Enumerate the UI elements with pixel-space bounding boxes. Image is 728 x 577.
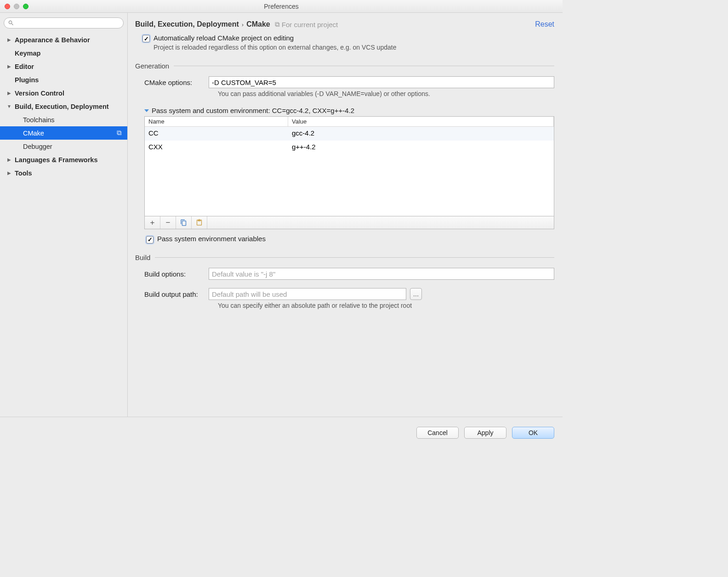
breadcrumb-part-1: Build, Execution, Deployment [135, 20, 239, 28]
project-scope-icon: ⧉ [117, 129, 122, 137]
project-scope-icon: ⧉ [275, 20, 280, 28]
cmake-options-input[interactable] [209, 76, 554, 88]
dialog-footer: Cancel Apply OK [0, 419, 563, 447]
browse-output-path-button[interactable]: … [410, 288, 422, 300]
sidebar-item-debugger[interactable]: Debugger [0, 140, 127, 153]
build-options-input[interactable] [209, 268, 554, 280]
preferences-sidebar: ▶Appearance & Behavior Keymap ▶Editor Pl… [0, 13, 128, 417]
sidebar-item-editor[interactable]: ▶Editor [0, 60, 127, 73]
close-window-icon[interactable] [5, 4, 10, 9]
breadcrumb-separator: › [242, 21, 244, 28]
minimize-window-icon [14, 4, 19, 9]
chevron-right-icon: ▶ [6, 91, 12, 96]
build-output-path-label: Build output path: [135, 290, 209, 298]
preferences-main: Build, Execution, Deployment › CMake ⧉ F… [128, 13, 563, 417]
section-build-header: Build [135, 254, 554, 261]
breadcrumb: Build, Execution, Deployment › CMake ⧉ F… [135, 17, 554, 31]
window-title: Preferences [0, 3, 563, 10]
sidebar-item-cmake[interactable]: CMake⧉ [0, 126, 127, 140]
ok-button[interactable]: OK [512, 427, 554, 439]
search-field[interactable] [4, 17, 124, 28]
env-row[interactable]: CC gcc-4.2 [145, 127, 554, 141]
apply-button[interactable]: Apply [464, 427, 506, 439]
sidebar-item-version-control[interactable]: ▶Version Control [0, 86, 127, 100]
pass-system-env-label: Pass system environment variables [157, 235, 266, 243]
paste-env-button[interactable] [192, 216, 207, 229]
environment-table: Name Value CC gcc-4.2 CXX g++-4.2 [144, 116, 554, 216]
sidebar-item-tools[interactable]: ▶Tools [0, 166, 127, 180]
search-icon [8, 20, 14, 26]
titlebar: Preferences [0, 0, 563, 13]
auto-reload-checkbox[interactable] [142, 35, 150, 42]
add-env-button[interactable]: + [145, 216, 160, 229]
copy-icon [180, 219, 187, 226]
cancel-button[interactable]: Cancel [416, 427, 459, 439]
breadcrumb-part-2: CMake [246, 20, 270, 28]
zoom-window-icon[interactable] [23, 4, 28, 9]
environment-toolbar: + − [144, 216, 554, 229]
sidebar-item-build-execution-deployment[interactable]: ▼Build, Execution, Deployment [0, 100, 127, 113]
search-input[interactable] [16, 20, 119, 27]
cmake-options-hint: You can pass additional variables (-D VA… [218, 90, 554, 97]
scope-badge: ⧉ For current project [275, 20, 338, 28]
env-col-value: Value [288, 117, 554, 126]
sidebar-item-keymap[interactable]: Keymap [0, 46, 127, 60]
auto-reload-label: Automatically reload CMake project on ed… [154, 34, 294, 42]
chevron-right-icon: ▶ [6, 64, 12, 69]
env-row[interactable]: CXX g++-4.2 [145, 141, 554, 154]
pass-system-env-checkbox[interactable] [146, 236, 154, 243]
reset-link[interactable]: Reset [535, 20, 554, 28]
chevron-right-icon: ▶ [6, 37, 12, 42]
chevron-right-icon: ▶ [6, 157, 12, 162]
sidebar-item-plugins[interactable]: Plugins [0, 73, 127, 86]
auto-reload-hint: Project is reloaded regardless of this o… [154, 44, 554, 51]
window-traffic-lights [5, 4, 28, 9]
remove-env-button[interactable]: − [160, 216, 176, 229]
copy-env-button[interactable] [176, 216, 192, 229]
build-options-label: Build options: [135, 270, 209, 278]
ellipsis-icon: … [413, 291, 419, 298]
cmake-options-label: CMake options: [135, 79, 209, 86]
sidebar-item-toolchains[interactable]: Toolchains [0, 113, 127, 126]
build-output-path-hint: You can specify either an absolute path … [218, 302, 554, 309]
env-col-name: Name [145, 117, 288, 126]
preferences-tree: ▶Appearance & Behavior Keymap ▶Editor Pl… [0, 33, 127, 180]
build-output-path-input[interactable] [209, 288, 406, 300]
chevron-right-icon: ▶ [6, 170, 12, 175]
sidebar-item-appearance-behavior[interactable]: ▶Appearance & Behavior [0, 33, 127, 46]
paste-icon [196, 219, 203, 226]
sidebar-item-languages-frameworks[interactable]: ▶Languages & Frameworks [0, 153, 127, 166]
chevron-down-icon [144, 109, 149, 112]
environment-section-header[interactable]: Pass system and custom environment: CC=g… [144, 107, 554, 114]
section-generation-header: Generation [135, 62, 554, 70]
chevron-down-icon: ▼ [6, 104, 12, 109]
